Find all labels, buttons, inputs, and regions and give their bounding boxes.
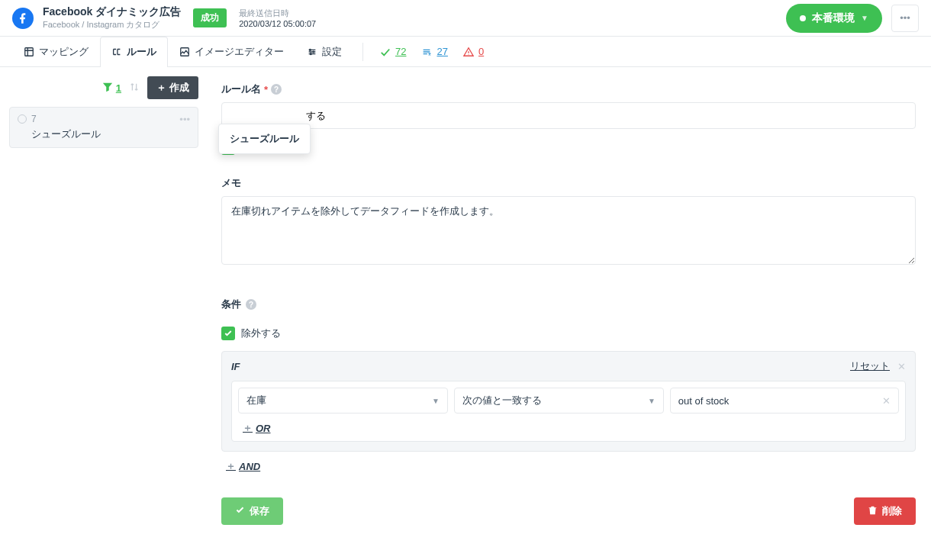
rule-more-button[interactable]: ••• [179, 114, 190, 125]
value-input[interactable]: out of stock ✕ [670, 388, 899, 414]
reset-button[interactable]: リセット [850, 359, 890, 373]
warning-count-link[interactable]: 0 [456, 37, 491, 66]
rule-target-icon [18, 114, 27, 124]
rules-icon [111, 47, 122, 57]
more-button[interactable]: ••• [891, 5, 919, 32]
last-sent-value: 2020/03/12 05:00:07 [239, 19, 316, 28]
trash-icon [868, 505, 878, 517]
env-dot-icon [800, 15, 806, 21]
tab-image-editor[interactable]: イメージエディター [168, 37, 295, 66]
tab-rules[interactable]: ルール [100, 37, 168, 66]
add-and-button[interactable]: ＋ AND [221, 459, 260, 473]
chevron-down-icon: ▼ [861, 14, 868, 22]
memo-textarea[interactable] [221, 196, 916, 265]
svg-point-2 [310, 50, 311, 51]
plus-icon: ＋ [226, 459, 236, 473]
environment-button[interactable]: 本番環境 ▼ [786, 4, 882, 33]
status-badge: 成功 [193, 8, 227, 27]
exclude-icon [421, 47, 432, 57]
field-select[interactable]: 在庫 ▼ [238, 388, 448, 414]
if-label: IF [231, 361, 240, 372]
rule-name-tooltip: シューズルール [218, 124, 311, 154]
check-icon [380, 47, 391, 57]
chevron-down-icon: ▼ [432, 397, 440, 405]
success-count-link[interactable]: 72 [372, 37, 414, 66]
help-icon[interactable]: ? [246, 299, 256, 310]
chevron-down-icon: ▼ [648, 397, 656, 405]
page-title: Facebook ダイナミック広告 [43, 5, 181, 19]
facebook-logo [12, 8, 34, 29]
conditions-label: 条件 [221, 298, 241, 311]
save-button[interactable]: 保存 [221, 497, 283, 525]
close-condition-button[interactable]: ✕ [897, 361, 906, 372]
plus-icon: ＋ [243, 421, 253, 435]
rule-name-label: ルール名* ? [221, 82, 916, 96]
tab-settings[interactable]: 設定 [295, 37, 353, 66]
rule-name-input[interactable] [221, 102, 916, 129]
last-sent-label: 最終送信日時 [239, 8, 316, 19]
delete-button[interactable]: 削除 [854, 497, 916, 525]
page-subtitle: Facebook / Instagram カタログ [43, 19, 181, 31]
mapping-icon [24, 47, 34, 57]
help-icon[interactable]: ? [271, 84, 282, 95]
exclude-checkbox[interactable] [221, 327, 235, 340]
operator-select[interactable]: 次の値と一致する ▼ [454, 388, 664, 414]
plus-icon: ＋ [156, 81, 166, 95]
create-button[interactable]: ＋ 作成 [147, 76, 198, 99]
svg-point-4 [310, 53, 311, 55]
warning-icon [463, 47, 474, 57]
memo-label: メモ [221, 176, 916, 190]
filter-icon [102, 82, 113, 95]
image-editor-icon [179, 47, 190, 57]
rule-index: 7 [31, 114, 37, 124]
tab-mapping[interactable]: マッピング [12, 37, 100, 66]
excluded-count-link[interactable]: 27 [414, 37, 455, 66]
dots-icon: ••• [900, 12, 910, 24]
env-label: 本番環境 [812, 11, 855, 25]
sort-button[interactable] [129, 82, 140, 95]
rule-card[interactable]: 7 シューズルール ••• [9, 107, 198, 148]
filter-control[interactable]: 1 [102, 82, 121, 95]
svg-rect-0 [25, 48, 34, 56]
settings-icon [307, 47, 317, 57]
check-icon [235, 505, 245, 517]
add-or-button[interactable]: ＋ OR [238, 421, 271, 435]
svg-point-3 [313, 51, 314, 53]
rule-name: シューズルール [18, 127, 190, 141]
clear-value-button[interactable]: ✕ [882, 395, 891, 407]
exclude-label: 除外する [241, 327, 281, 340]
